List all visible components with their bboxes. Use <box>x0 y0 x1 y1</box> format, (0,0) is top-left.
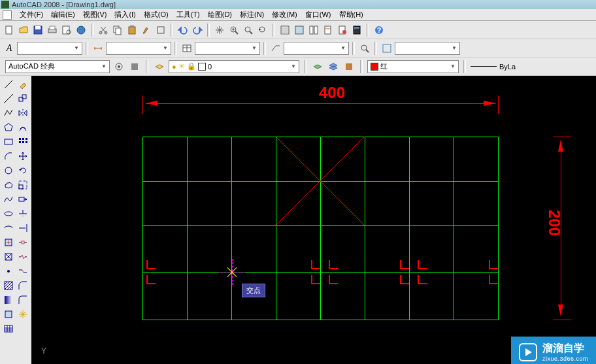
save-icon[interactable] <box>31 24 44 37</box>
ellipse-icon[interactable] <box>1 207 15 220</box>
gradient-icon[interactable] <box>1 293 15 306</box>
preview-icon[interactable] <box>60 24 73 37</box>
redo-icon[interactable] <box>191 24 204 37</box>
point-icon[interactable] <box>1 264 15 278</box>
polyline-icon[interactable] <box>1 106 15 120</box>
layer-state-icon[interactable] <box>327 60 340 73</box>
dimstyle-combo[interactable]: ▼ <box>106 42 171 55</box>
make-block-icon[interactable] <box>1 250 15 263</box>
svg-rect-21 <box>314 26 318 34</box>
workspace-save-icon[interactable] <box>128 60 141 73</box>
markup-icon[interactable] <box>336 24 349 37</box>
properties-icon[interactable] <box>278 24 291 37</box>
stretch-icon[interactable] <box>16 192 29 206</box>
region-icon[interactable] <box>1 307 15 321</box>
rectangle-icon[interactable] <box>1 135 15 148</box>
menu-insert[interactable]: 插入(I) <box>110 8 139 21</box>
move-icon[interactable] <box>16 149 29 163</box>
cut-icon[interactable] <box>97 24 110 37</box>
block-icon[interactable] <box>154 24 167 37</box>
mleaderstyle-icon[interactable] <box>269 42 282 55</box>
rotate-icon[interactable] <box>16 163 29 177</box>
zoom-realtime-icon[interactable] <box>227 24 240 37</box>
viewport-icon[interactable] <box>380 42 393 55</box>
copy-icon[interactable] <box>111 24 124 37</box>
paste-icon[interactable] <box>125 24 139 37</box>
circle-icon[interactable] <box>1 163 15 177</box>
workspace-settings-icon[interactable] <box>112 60 125 73</box>
join-icon[interactable] <box>16 264 29 278</box>
svg-rect-12 <box>129 27 135 34</box>
spline-icon[interactable] <box>1 192 15 206</box>
find-icon[interactable] <box>358 42 371 55</box>
tablestyle-combo[interactable]: ▼ <box>195 42 260 55</box>
svg-rect-41 <box>25 138 27 140</box>
arc-icon[interactable] <box>1 149 15 163</box>
viewport-combo[interactable]: ▼ <box>395 42 460 55</box>
xline-icon[interactable] <box>1 91 15 105</box>
layer-combo[interactable]: ● ☀ 🔒 0▼ <box>169 60 299 73</box>
tool-palette-icon[interactable] <box>307 24 320 37</box>
table-icon[interactable] <box>1 322 15 335</box>
dimstyle-icon[interactable] <box>91 42 105 55</box>
drawing-canvas[interactable]: 400 200 <box>31 76 596 364</box>
trim-icon[interactable] <box>16 207 29 220</box>
workspace-combo[interactable]: AutoCAD 经典▼ <box>5 60 110 73</box>
mirror-icon[interactable] <box>16 106 29 120</box>
zoom-previous-icon[interactable] <box>256 24 269 37</box>
publish-icon[interactable] <box>74 24 88 37</box>
svg-point-49 <box>5 212 12 216</box>
menu-format[interactable]: 格式(O) <box>140 8 173 21</box>
menu-dimension[interactable]: 标注(N) <box>236 8 268 21</box>
menu-window[interactable]: 窗口(W) <box>301 8 335 21</box>
layer-manager-icon[interactable] <box>153 60 166 73</box>
polygon-icon[interactable] <box>1 120 15 134</box>
design-center-icon[interactable] <box>293 24 306 37</box>
svg-point-24 <box>342 30 346 34</box>
array-icon[interactable] <box>16 135 29 148</box>
menu-modify[interactable]: 修改(M) <box>268 8 301 21</box>
window-title: AutoCAD 2008 - [Drawing1.dwg] <box>12 1 116 8</box>
help-icon[interactable]: ? <box>372 24 386 37</box>
explode-icon[interactable] <box>16 307 29 321</box>
svg-rect-4 <box>50 26 55 29</box>
menu-draw[interactable]: 绘图(D) <box>204 8 236 21</box>
tablestyle-icon[interactable] <box>180 42 193 55</box>
pan-icon[interactable] <box>213 24 226 37</box>
quickcalc-icon[interactable] <box>350 24 363 37</box>
sheet-set-icon[interactable] <box>322 24 335 37</box>
copy-icon[interactable] <box>16 91 29 105</box>
line-icon[interactable] <box>1 77 15 91</box>
menu-tools[interactable]: 工具(T) <box>173 8 204 21</box>
fillet-icon[interactable] <box>16 293 29 306</box>
scale-icon[interactable] <box>16 178 29 191</box>
menu-view[interactable]: 视图(V) <box>79 8 111 21</box>
offset-icon[interactable] <box>16 120 29 134</box>
new-icon[interactable] <box>3 24 16 37</box>
revcloud-icon[interactable] <box>1 178 15 191</box>
svg-rect-55 <box>5 296 12 304</box>
menu-help[interactable]: 帮助(H) <box>335 8 367 21</box>
textstyle-combo[interactable]: ▼ <box>17 42 82 55</box>
mleaderstyle-combo[interactable]: ▼ <box>284 42 349 55</box>
menu-edit[interactable]: 编辑(E) <box>47 8 79 21</box>
undo-icon[interactable] <box>176 24 190 37</box>
break-at-point-icon[interactable] <box>16 235 29 249</box>
match-icon[interactable] <box>140 24 153 37</box>
open-icon[interactable] <box>17 24 30 37</box>
chamfer-icon[interactable] <box>16 278 29 292</box>
textstyle-icon[interactable]: A <box>3 42 16 55</box>
erase-icon[interactable] <box>16 77 29 91</box>
break-icon[interactable] <box>16 250 29 263</box>
color-combo[interactable]: 红▼ <box>367 60 459 73</box>
zoom-window-icon[interactable] <box>242 24 255 37</box>
plot-icon[interactable] <box>46 24 59 37</box>
menu-file[interactable]: 文件(F) <box>16 8 47 21</box>
layer-name: 0 <box>208 63 212 71</box>
extend-icon[interactable] <box>16 221 29 235</box>
layer-previous-icon[interactable] <box>311 60 324 73</box>
insert-block-icon[interactable] <box>1 235 15 249</box>
layer-isolate-icon[interactable] <box>342 60 356 73</box>
ellipse-arc-icon[interactable] <box>1 221 15 235</box>
hatch-icon[interactable] <box>1 278 15 292</box>
